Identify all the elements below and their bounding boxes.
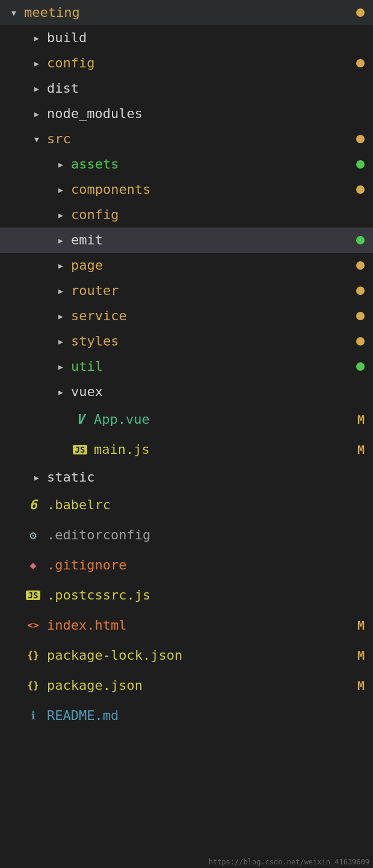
json-icon: {} [24,677,42,695]
item-label: .babelrc [47,498,373,512]
arrow-right-icon [54,309,67,323]
item-label: package-lock.json [47,649,357,662]
tree-item-page[interactable]: page [0,253,373,278]
item-label: static [47,471,373,484]
arrow-right-icon [54,284,67,297]
tree-item-babelrc[interactable]: 6 .babelrc [0,490,373,520]
tree-item-package-lock[interactable]: {} package-lock.json M [0,640,373,671]
item-label: vuex [71,385,373,398]
arrow-right-icon [30,471,43,484]
arrow-right-icon [54,234,67,247]
item-label: .editorconfig [47,529,373,542]
arrow-right-icon [30,57,43,70]
item-label: build [47,31,373,45]
item-label: .gitignore [47,559,373,572]
babel-icon: 6 [24,496,42,514]
status-dot [356,59,365,67]
status-dot [356,236,365,244]
item-label: App.vue [94,413,357,426]
arrow-right-icon [54,259,67,272]
item-label: page [71,259,356,272]
arrow-right-icon [54,208,67,222]
modified-badge: M [357,414,365,426]
item-label: package.json [47,679,357,692]
git-icon: ◆ [24,556,42,574]
js-icon: JS [24,586,42,604]
status-dot [356,362,365,371]
tree-item-main-js[interactable]: JS main.js M [0,435,373,465]
item-label: config [71,208,373,222]
arrow-right-icon [30,107,43,120]
arrow-right-icon [54,385,67,398]
tree-item-src[interactable]: src [0,126,373,152]
status-dot [356,135,365,143]
item-label: util [71,360,356,373]
tree-item-service[interactable]: service [0,303,373,329]
item-label: .postcssrc.js [47,589,373,602]
tree-item-emit[interactable]: emit [0,228,373,253]
vue-icon: V [71,411,89,429]
watermark: https://blog.csdn.net/weixin_41639609 [209,858,369,866]
arrow-right-icon [54,183,67,196]
tree-item-node_modules[interactable]: node_modules [0,101,373,126]
gear-icon: ⚙ [24,526,42,544]
item-label: components [71,183,356,196]
status-dot [356,261,365,270]
tree-item-config[interactable]: config [0,51,373,76]
item-label: README.md [47,709,373,722]
tree-item-config2[interactable]: config [0,202,373,228]
tree-item-index-html[interactable]: <> index.html M [0,610,373,640]
item-label: main.js [94,443,357,456]
status-dot [356,312,365,320]
modified-badge: M [357,649,365,662]
arrow-down-icon [7,6,20,19]
item-label: router [71,284,356,297]
tree-item-styles[interactable]: styles [0,329,373,354]
tree-item-package-json[interactable]: {} package.json M [0,671,373,701]
arrow-right-icon [30,31,43,45]
item-label: styles [71,335,356,348]
tree-item-app-vue[interactable]: V App.vue M [0,405,373,435]
item-label: config [47,57,356,70]
tree-item-postcssrc[interactable]: JS .postcssrc.js [0,580,373,610]
item-label: node_modules [47,107,373,120]
modified-badge: M [357,619,365,631]
tree-item-util[interactable]: util [0,354,373,379]
tree-item-dist[interactable]: dist [0,76,373,101]
status-dot [356,160,365,169]
js-icon: JS [71,441,89,459]
modified-badge: M [357,680,365,692]
tree-item-gitignore[interactable]: ◆ .gitignore [0,550,373,580]
item-label: index.html [47,619,357,632]
item-label: emit [71,234,356,247]
tree-item-build[interactable]: build [0,25,373,51]
status-dot [356,8,365,17]
item-label: src [47,132,356,146]
tree-item-router[interactable]: router [0,278,373,303]
tree-item-components[interactable]: components [0,177,373,202]
html-icon: <> [24,616,42,634]
modified-badge: M [357,444,365,456]
arrow-right-icon [54,335,67,348]
tree-item-assets[interactable]: assets [0,152,373,177]
status-dot [356,337,365,346]
item-label: assets [71,158,356,171]
info-icon: ℹ [24,707,42,725]
arrow-right-icon [54,158,67,171]
json-icon: {} [24,646,42,665]
item-label: meeting [24,6,356,19]
status-dot [356,185,365,194]
file-tree: meeting build config dist node_modules s… [0,0,373,731]
tree-item-static[interactable]: static [0,465,373,490]
arrow-down-icon [30,132,43,146]
status-dot [356,287,365,295]
arrow-right-icon [54,360,67,373]
tree-item-vuex[interactable]: vuex [0,379,373,405]
tree-item-editorconfig[interactable]: ⚙ .editorconfig [0,520,373,550]
tree-item-meeting[interactable]: meeting [0,0,373,25]
item-label: dist [47,82,373,95]
arrow-right-icon [30,82,43,95]
item-label: service [71,309,356,323]
tree-item-readme[interactable]: ℹ README.md [0,701,373,731]
